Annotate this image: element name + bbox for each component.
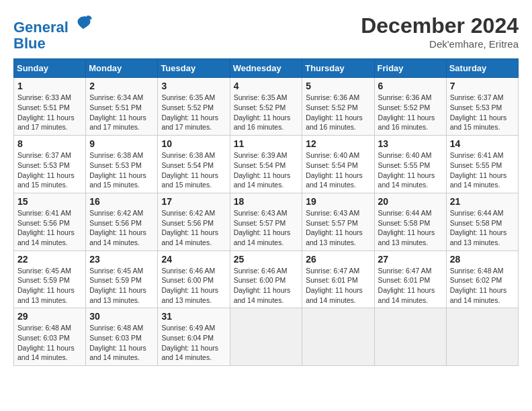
day-number: 15 [17, 196, 82, 207]
day-info: Sunrise: 6:44 AM Sunset: 5:58 PM Dayligh… [378, 208, 443, 248]
day-info: Sunrise: 6:33 AM Sunset: 5:51 PM Dayligh… [17, 93, 82, 132]
calendar-cell: 7 Sunrise: 6:37 AM Sunset: 5:53 PM Dayli… [446, 78, 518, 136]
weekday-header-saturday: Saturday [446, 59, 518, 78]
logo-bird-icon [74, 13, 93, 32]
logo: General Blue [13, 13, 93, 52]
weekday-header-wednesday: Wednesday [230, 59, 302, 78]
calendar-cell [374, 308, 446, 366]
calendar-cell [446, 308, 518, 366]
week-row-5: 29 Sunrise: 6:48 AM Sunset: 6:03 PM Dayl… [14, 308, 519, 366]
day-info: Sunrise: 6:34 AM Sunset: 5:51 PM Dayligh… [89, 93, 154, 132]
calendar-cell: 31 Sunrise: 6:49 AM Sunset: 6:04 PM Dayl… [158, 308, 230, 366]
calendar-table: SundayMondayTuesdayWednesdayThursdayFrid… [13, 58, 519, 366]
calendar-cell: 28 Sunrise: 6:48 AM Sunset: 6:02 PM Dayl… [446, 250, 518, 308]
day-number: 20 [378, 196, 443, 207]
weekday-header-thursday: Thursday [302, 59, 374, 78]
day-number: 1 [17, 81, 82, 91]
day-number: 24 [161, 254, 226, 265]
day-info: Sunrise: 6:41 AM Sunset: 5:56 PM Dayligh… [17, 208, 82, 248]
day-info: Sunrise: 6:35 AM Sunset: 5:52 PM Dayligh… [234, 93, 299, 132]
calendar-cell: 23 Sunrise: 6:45 AM Sunset: 5:59 PM Dayl… [86, 250, 158, 308]
calendar-cell: 22 Sunrise: 6:45 AM Sunset: 5:59 PM Dayl… [14, 250, 86, 308]
calendar-cell: 11 Sunrise: 6:39 AM Sunset: 5:54 PM Dayl… [230, 136, 302, 193]
weekday-header-tuesday: Tuesday [158, 59, 230, 78]
day-number: 17 [161, 196, 226, 207]
calendar-cell: 24 Sunrise: 6:46 AM Sunset: 6:00 PM Dayl… [158, 250, 230, 308]
day-info: Sunrise: 6:38 AM Sunset: 5:53 PM Dayligh… [89, 150, 154, 190]
day-info: Sunrise: 6:48 AM Sunset: 6:03 PM Dayligh… [89, 323, 154, 363]
title-block: December 2024 Dek'emhare, Eritrea [361, 13, 519, 50]
day-info: Sunrise: 6:45 AM Sunset: 5:59 PM Dayligh… [17, 266, 82, 306]
location: Dek'emhare, Eritrea [361, 38, 519, 50]
calendar-cell: 27 Sunrise: 6:47 AM Sunset: 6:01 PM Dayl… [374, 250, 446, 308]
week-row-3: 15 Sunrise: 6:41 AM Sunset: 5:56 PM Dayl… [14, 193, 519, 250]
day-number: 5 [306, 81, 370, 91]
weekday-header-friday: Friday [374, 59, 446, 78]
day-info: Sunrise: 6:39 AM Sunset: 5:54 PM Dayligh… [234, 150, 299, 190]
day-number: 11 [234, 138, 299, 149]
day-number: 7 [450, 81, 515, 91]
day-number: 25 [234, 254, 299, 265]
day-number: 8 [17, 138, 82, 149]
day-number: 29 [17, 311, 82, 322]
weekday-header-sunday: Sunday [14, 59, 86, 78]
day-info: Sunrise: 6:42 AM Sunset: 5:56 PM Dayligh… [161, 208, 226, 248]
day-info: Sunrise: 6:42 AM Sunset: 5:56 PM Dayligh… [89, 208, 154, 248]
day-info: Sunrise: 6:44 AM Sunset: 5:58 PM Dayligh… [450, 208, 515, 248]
calendar-cell: 26 Sunrise: 6:47 AM Sunset: 6:01 PM Dayl… [302, 250, 374, 308]
day-info: Sunrise: 6:37 AM Sunset: 5:53 PM Dayligh… [450, 93, 515, 132]
day-number: 27 [378, 254, 443, 265]
day-number: 21 [450, 196, 515, 207]
calendar-cell: 2 Sunrise: 6:34 AM Sunset: 5:51 PM Dayli… [86, 78, 158, 136]
week-row-4: 22 Sunrise: 6:45 AM Sunset: 5:59 PM Dayl… [14, 250, 519, 308]
day-number: 4 [234, 81, 299, 91]
day-info: Sunrise: 6:47 AM Sunset: 6:01 PM Dayligh… [378, 266, 443, 306]
month-title: December 2024 [361, 13, 519, 38]
week-row-2: 8 Sunrise: 6:37 AM Sunset: 5:53 PM Dayli… [14, 136, 519, 193]
calendar-cell [230, 308, 302, 366]
day-number: 30 [89, 311, 154, 322]
weekday-header-row: SundayMondayTuesdayWednesdayThursdayFrid… [14, 59, 519, 78]
day-info: Sunrise: 6:48 AM Sunset: 6:02 PM Dayligh… [450, 266, 515, 306]
day-number: 31 [161, 311, 226, 322]
day-number: 14 [450, 138, 515, 149]
day-info: Sunrise: 6:41 AM Sunset: 5:55 PM Dayligh… [450, 150, 515, 190]
day-info: Sunrise: 6:35 AM Sunset: 5:52 PM Dayligh… [161, 93, 226, 132]
calendar-cell: 8 Sunrise: 6:37 AM Sunset: 5:53 PM Dayli… [14, 136, 86, 193]
day-info: Sunrise: 6:43 AM Sunset: 5:57 PM Dayligh… [234, 208, 299, 248]
calendar-cell: 29 Sunrise: 6:48 AM Sunset: 6:03 PM Dayl… [14, 308, 86, 366]
calendar-cell: 25 Sunrise: 6:46 AM Sunset: 6:00 PM Dayl… [230, 250, 302, 308]
calendar-cell: 6 Sunrise: 6:36 AM Sunset: 5:52 PM Dayli… [374, 78, 446, 136]
day-number: 23 [89, 254, 154, 265]
logo-line1: General [13, 19, 69, 36]
calendar-cell: 20 Sunrise: 6:44 AM Sunset: 5:58 PM Dayl… [374, 193, 446, 250]
page-header: General Blue December 2024 Dek'emhare, E… [13, 13, 519, 52]
day-number: 26 [306, 254, 370, 265]
calendar-cell: 14 Sunrise: 6:41 AM Sunset: 5:55 PM Dayl… [446, 136, 518, 193]
calendar-cell [302, 308, 374, 366]
day-info: Sunrise: 6:46 AM Sunset: 6:00 PM Dayligh… [234, 266, 299, 306]
day-info: Sunrise: 6:48 AM Sunset: 6:03 PM Dayligh… [17, 323, 82, 363]
calendar-cell: 18 Sunrise: 6:43 AM Sunset: 5:57 PM Dayl… [230, 193, 302, 250]
calendar-cell: 12 Sunrise: 6:40 AM Sunset: 5:54 PM Dayl… [302, 136, 374, 193]
day-info: Sunrise: 6:40 AM Sunset: 5:54 PM Dayligh… [306, 150, 370, 190]
day-number: 28 [450, 254, 515, 265]
calendar-cell: 15 Sunrise: 6:41 AM Sunset: 5:56 PM Dayl… [14, 193, 86, 250]
calendar-cell: 4 Sunrise: 6:35 AM Sunset: 5:52 PM Dayli… [230, 78, 302, 136]
day-info: Sunrise: 6:47 AM Sunset: 6:01 PM Dayligh… [306, 266, 370, 306]
day-info: Sunrise: 6:45 AM Sunset: 5:59 PM Dayligh… [89, 266, 154, 306]
logo-line2-text: Blue [13, 36, 93, 52]
day-number: 9 [89, 138, 154, 149]
week-row-1: 1 Sunrise: 6:33 AM Sunset: 5:51 PM Dayli… [14, 78, 519, 136]
day-number: 2 [89, 81, 154, 91]
day-number: 16 [89, 196, 154, 207]
calendar-cell: 13 Sunrise: 6:40 AM Sunset: 5:55 PM Dayl… [374, 136, 446, 193]
day-info: Sunrise: 6:38 AM Sunset: 5:54 PM Dayligh… [161, 150, 226, 190]
logo-line2: Blue [13, 35, 46, 52]
calendar-cell: 19 Sunrise: 6:43 AM Sunset: 5:57 PM Dayl… [302, 193, 374, 250]
calendar-cell: 3 Sunrise: 6:35 AM Sunset: 5:52 PM Dayli… [158, 78, 230, 136]
day-info: Sunrise: 6:40 AM Sunset: 5:55 PM Dayligh… [378, 150, 443, 190]
day-number: 13 [378, 138, 443, 149]
day-number: 19 [306, 196, 370, 207]
day-number: 6 [378, 81, 443, 91]
